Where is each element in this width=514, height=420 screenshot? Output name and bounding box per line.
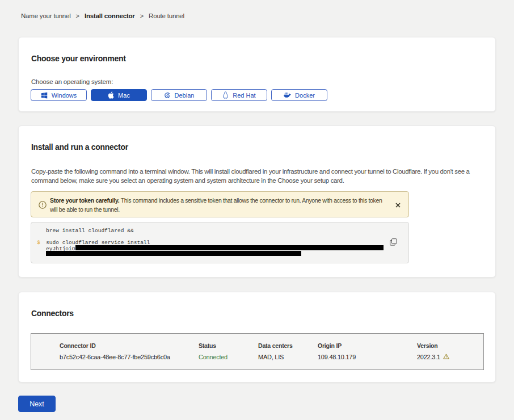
copy-icon[interactable] [389, 238, 398, 247]
os-button-windows[interactable]: Windows [31, 89, 87, 101]
connector-version-value: 2022.3.1 [417, 354, 440, 360]
connector-id-cell: b7c52c42-6caa-48ee-8c77-fbe259cb6c0a [31, 354, 199, 360]
install-connector-page: Name your tunnel > Install connector > R… [0, 0, 514, 420]
column-header-connector-id: Connector ID [31, 342, 199, 354]
info-circle-icon [39, 201, 47, 211]
column-header-status: Status [199, 342, 258, 354]
breadcrumb-separator: > [76, 12, 79, 19]
connector-table-row: b7c52c42-6caa-48ee-8c77-fbe259cb6c0a Con… [31, 354, 483, 360]
os-button-group: Windows Mac Debian [31, 89, 327, 101]
breadcrumb-separator: > [140, 12, 144, 19]
os-button-redhat[interactable]: Red Hat [211, 89, 267, 101]
connectors-table: Connector ID Status Data centers Origin … [31, 333, 484, 370]
os-button-label: Red Hat [233, 92, 255, 99]
breadcrumb-item-name-your-tunnel[interactable]: Name your tunnel [21, 12, 71, 19]
apple-icon [108, 91, 114, 99]
connectors-card-title: Connectors [31, 309, 74, 318]
linux-penguin-icon [222, 91, 229, 99]
connector-data-centers-cell: MAD, LIS [258, 354, 318, 360]
warning-triangle-icon [443, 354, 449, 360]
column-header-version: Version [417, 342, 483, 354]
breadcrumb-item-route-tunnel[interactable]: Route tunnel [149, 12, 184, 19]
connectors-card: Connectors Connector ID Status Data cent… [18, 292, 496, 383]
redacted-token-bar [46, 251, 301, 256]
column-header-data-centers: Data centers [258, 342, 318, 354]
connectors-table-header: Connector ID Status Data centers Origin … [31, 342, 483, 354]
install-card-title: Install and run a connector [31, 142, 128, 152]
shell-prompt: $ [37, 240, 40, 246]
breadcrumb-item-install-connector[interactable]: Install connector [85, 12, 135, 19]
os-button-label: Mac [118, 92, 130, 99]
install-card-description: Copy-paste the following command into a … [31, 167, 483, 185]
os-button-mac[interactable]: Mac [91, 89, 147, 101]
token-warning-title: Store your token carefully. [50, 197, 119, 204]
os-select-label: Choose an operating system: [31, 78, 113, 85]
breadcrumb: Name your tunnel > Install connector > R… [21, 12, 184, 19]
os-button-debian[interactable]: Debian [151, 89, 207, 101]
os-button-docker[interactable]: Docker [271, 89, 327, 101]
docker-whale-icon [284, 92, 291, 98]
windows-icon [41, 92, 48, 99]
install-command-codeblock[interactable]: $ brew install cloudflared && sudo cloud… [31, 222, 409, 263]
os-button-label: Docker [295, 92, 315, 99]
connector-origin-ip-cell: 109.48.10.179 [318, 354, 417, 360]
token-warning-text: Store your token carefully. This command… [50, 196, 390, 214]
next-button[interactable]: Next [18, 396, 56, 412]
install-connector-card: Install and run a connector Copy-paste t… [18, 125, 496, 278]
environment-card-title: Choose your environment [31, 54, 126, 63]
token-warning-alert: Store your token carefully. This command… [31, 191, 409, 217]
connector-version-cell: 2022.3.1 [417, 354, 483, 360]
close-icon[interactable] [393, 200, 402, 209]
os-button-label: Windows [52, 92, 77, 99]
redacted-token-bar [75, 245, 384, 250]
column-header-origin-ip: Origin IP [318, 342, 417, 354]
connector-status-cell: Connected [199, 354, 258, 360]
debian-swirl-icon [164, 92, 171, 99]
os-button-label: Debian [175, 92, 195, 99]
choose-environment-card: Choose your environment Choose an operat… [18, 37, 496, 112]
